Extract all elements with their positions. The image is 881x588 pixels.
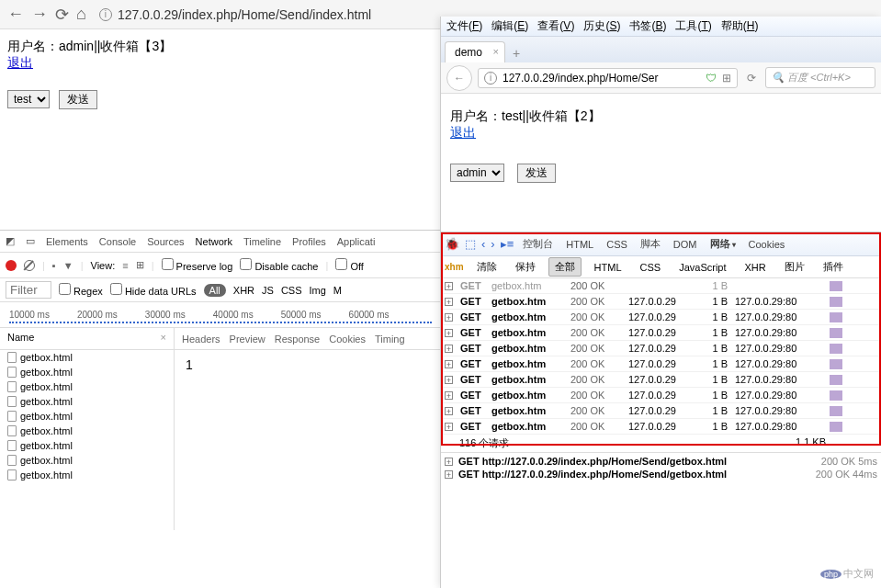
- request-row[interactable]: getbox.html: [0, 394, 174, 409]
- right-exit-link[interactable]: 退出: [450, 125, 476, 140]
- tab-console[interactable]: Console: [99, 236, 136, 247]
- expand-icon[interactable]: +: [445, 376, 453, 384]
- right-send-button[interactable]: 发送: [517, 164, 556, 183]
- hide-urls-checkbox[interactable]: Hide data URLs: [110, 283, 197, 297]
- detail-tab-cookies[interactable]: Cookies: [329, 334, 366, 345]
- clear-icon[interactable]: [24, 260, 35, 271]
- firebug-request-row[interactable]: +GETgetbox.htm200 OK127.0.0.291 B127.0.0…: [441, 403, 881, 419]
- filter-xhr[interactable]: XHR: [740, 260, 772, 275]
- reload-button[interactable]: ⟳: [55, 5, 69, 25]
- left-send-button[interactable]: 发送: [59, 90, 97, 109]
- firebug-request-row[interactable]: +GETgetbox.htm200 OK127.0.0.291 B127.0.0…: [441, 388, 881, 403]
- firebug-request-row[interactable]: +GETgetbox.htm200 OK127.0.0.291 B127.0.0…: [441, 325, 881, 341]
- filter-clear[interactable]: 清除: [471, 258, 503, 276]
- menu-item[interactable]: 查看(V): [537, 18, 574, 34]
- expand-icon[interactable]: +: [445, 391, 453, 400]
- firefox-back-button[interactable]: ←: [446, 65, 472, 91]
- firefox-refresh-button[interactable]: ⟳: [743, 72, 760, 85]
- detail-tab-headers[interactable]: Headers: [182, 334, 220, 345]
- inspect-icon[interactable]: ◩: [6, 235, 15, 247]
- view-list-icon[interactable]: ≡: [122, 260, 128, 271]
- menu-item[interactable]: 编辑(E): [491, 18, 528, 34]
- tab-elements[interactable]: Elements: [46, 236, 88, 247]
- close-detail-icon[interactable]: ×: [161, 332, 166, 345]
- expand-icon[interactable]: +: [445, 345, 453, 353]
- firebug-tab-console[interactable]: 控制台: [519, 235, 557, 253]
- home-button[interactable]: ⌂: [76, 5, 86, 24]
- firebug-tab-network[interactable]: 网络: [706, 235, 740, 253]
- back-button[interactable]: ←: [7, 5, 24, 24]
- detail-tab-timing[interactable]: Timing: [375, 334, 405, 345]
- tab-timeline[interactable]: Timeline: [243, 236, 281, 247]
- device-icon[interactable]: ▭: [26, 235, 35, 247]
- expand-icon[interactable]: +: [445, 313, 453, 322]
- filter-media[interactable]: M: [333, 285, 342, 296]
- menu-item[interactable]: 历史(S): [583, 18, 620, 34]
- tab-profiles[interactable]: Profiles: [292, 236, 326, 247]
- detail-tab-preview[interactable]: Preview: [230, 334, 265, 345]
- request-row[interactable]: getbox.html: [0, 350, 174, 365]
- request-row[interactable]: getbox.html: [0, 453, 174, 468]
- firebug-request-row[interactable]: +GETgetbox.htm200 OK127.0.0.291 B127.0.0…: [441, 341, 881, 356]
- request-row[interactable]: getbox.html: [0, 424, 174, 438]
- filter-css[interactable]: CSS: [281, 285, 302, 296]
- menu-item[interactable]: 工具(T): [675, 18, 711, 34]
- tab-network[interactable]: Network: [196, 236, 232, 247]
- name-column-header[interactable]: Name: [7, 332, 34, 345]
- expand-icon[interactable]: +: [445, 360, 453, 368]
- regex-checkbox[interactable]: Regex: [59, 283, 103, 297]
- firebug-request-row[interactable]: +GETgetbox.htm200 OK127.0.0.291 B127.0.0…: [441, 356, 881, 372]
- shield-icon[interactable]: 🛡: [706, 72, 717, 85]
- expand-icon[interactable]: +: [445, 329, 453, 337]
- next-icon[interactable]: ›: [491, 237, 494, 251]
- tab-application[interactable]: Applicati: [337, 236, 376, 247]
- expand-icon[interactable]: +: [445, 470, 453, 479]
- firebug-request-row[interactable]: +GETgetbox.htm200 OK127.0.0.291 B127.0.0…: [441, 372, 881, 388]
- bottom-request-row[interactable]: +GET http://127.0.0.29/index.php/Home/Se…: [445, 468, 877, 481]
- offline-checkbox[interactable]: Off: [335, 258, 364, 272]
- left-exit-link[interactable]: 退出: [7, 55, 33, 70]
- right-user-select[interactable]: admin: [450, 164, 504, 182]
- filter-all[interactable]: All: [204, 284, 226, 297]
- firebug-tab-css[interactable]: CSS: [603, 237, 631, 252]
- filter-img[interactable]: Img: [310, 285, 326, 296]
- filter-plugin[interactable]: 插件: [818, 258, 849, 276]
- record-icon[interactable]: [6, 260, 17, 271]
- view-frames-icon[interactable]: ⊞: [136, 259, 144, 271]
- request-row[interactable]: getbox.html: [0, 468, 174, 482]
- devtools-timeline[interactable]: 10000 ms 20000 ms 30000 ms 40000 ms 5000…: [0, 302, 441, 328]
- firebug-request-row[interactable]: +GETgetbox.htm200 OK127.0.0.291 B127.0.0…: [441, 419, 881, 435]
- firebug-tab-html[interactable]: HTML: [562, 237, 597, 252]
- new-tab-button[interactable]: +: [507, 44, 525, 62]
- prev-icon[interactable]: ‹: [481, 237, 485, 251]
- firebug-tab-dom[interactable]: DOM: [670, 237, 701, 252]
- detail-tab-response[interactable]: Response: [275, 334, 321, 345]
- filter-css[interactable]: CSS: [635, 260, 667, 275]
- request-row[interactable]: getbox.html: [0, 438, 174, 453]
- filter-xhr[interactable]: XHR: [233, 285, 254, 296]
- tab-sources[interactable]: Sources: [147, 236, 184, 247]
- menu-item[interactable]: 书签(B): [629, 18, 666, 34]
- forward-button[interactable]: →: [31, 5, 48, 24]
- menu-item[interactable]: 帮助(H): [721, 18, 759, 34]
- filter-input[interactable]: [6, 281, 51, 299]
- left-user-select[interactable]: test: [7, 90, 50, 108]
- firebug-request-row[interactable]: +GETgetbox.htm200 OK127.0.0.291 B127.0.0…: [441, 310, 881, 325]
- bottom-request-row[interactable]: +GET http://127.0.0.29/index.php/Home/Se…: [445, 455, 877, 468]
- filter-icon[interactable]: ▼: [63, 260, 73, 271]
- firebug-tab-cookies[interactable]: Cookies: [745, 237, 789, 252]
- filter-html[interactable]: HTML: [589, 260, 627, 275]
- filter-js[interactable]: JS: [262, 285, 274, 296]
- expand-icon[interactable]: +: [445, 423, 453, 431]
- firefox-tab[interactable]: demo ×: [445, 41, 505, 62]
- filter-img[interactable]: 图片: [779, 258, 810, 276]
- preserve-log-checkbox[interactable]: Preserve log: [162, 258, 233, 272]
- inspect-icon[interactable]: ⬚: [465, 237, 476, 251]
- firebug-tab-script[interactable]: 脚本: [637, 235, 664, 253]
- xhm-icon[interactable]: xhm: [445, 262, 464, 272]
- console-icon[interactable]: ▸≡: [501, 237, 514, 251]
- request-row[interactable]: getbox.html: [0, 379, 174, 394]
- firebug-request-row[interactable]: +GETgetbox.htm200 OK127.0.0.291 B127.0.0…: [441, 294, 881, 310]
- filter-keep[interactable]: 保持: [510, 258, 541, 276]
- filter-all[interactable]: 全部: [548, 257, 582, 277]
